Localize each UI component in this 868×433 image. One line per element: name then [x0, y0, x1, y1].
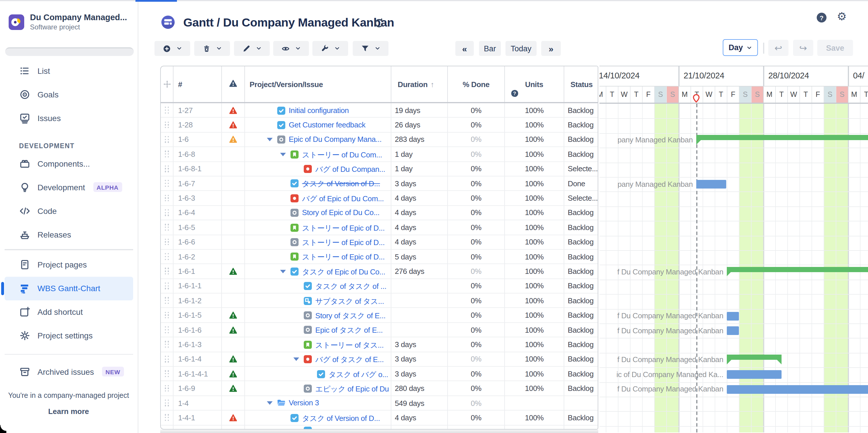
drag-handle-icon[interactable] — [164, 151, 169, 158]
issue-link[interactable]: バグ of Du Compan... — [315, 164, 385, 175]
issue-link[interactable]: Version 3 — [289, 399, 319, 407]
today-button[interactable]: Today — [505, 41, 536, 56]
sidebar-item-add-shortcut[interactable]: Add shortcut — [0, 300, 138, 324]
issue-link[interactable]: Story of Epic of Du Co... — [302, 208, 379, 217]
issue-link[interactable]: Epic of Du Company Mana... — [289, 135, 381, 144]
sidebar-scrollbar[interactable] — [5, 47, 134, 56]
column-header-handle[interactable] — [161, 66, 174, 102]
sidebar-item-goals[interactable]: Goals — [0, 83, 138, 106]
scroll-back-button[interactable]: « — [455, 41, 474, 56]
scroll-forward-button[interactable]: » — [541, 41, 561, 56]
issue-link[interactable]: タスク of Version of D... — [302, 413, 380, 424]
column-header-warn[interactable] — [222, 66, 245, 102]
horizontal-scrollbar[interactable] — [160, 430, 598, 433]
sort-ascending-icon[interactable]: ↑ — [431, 80, 434, 89]
table-row[interactable]: 1-6-1-6Epic of タスク of E...0%100%Backlog — [161, 323, 598, 338]
table-row[interactable]: 1-6-1タスク of Epic of Du Co...276 days0%10… — [161, 265, 598, 279]
table-row[interactable]: 1-28Get Customer feedback26 days0%100%Ba… — [161, 118, 598, 133]
gear-icon[interactable]: ⚙ — [837, 11, 847, 22]
issue-link[interactable]: バグ of Epic of Du Com... — [302, 194, 384, 204]
drag-handle-icon[interactable] — [164, 239, 169, 245]
table-row[interactable]: 1-6-1-5Story of タスク of E...0%100%Backlog — [161, 308, 598, 323]
expander-icon[interactable] — [267, 138, 273, 142]
table-row[interactable]: 1-6-5ストーリー of Epic of D...4 days0%100%Ba… — [161, 220, 598, 235]
column-header-duration[interactable]: Duration ↑ — [391, 66, 448, 102]
expander-icon[interactable] — [280, 153, 286, 156]
save-button[interactable]: Save — [817, 40, 853, 56]
sidebar-item-development[interactable]: DevelopmentALPHA — [0, 175, 138, 199]
column-header-units[interactable]: Units? — [505, 66, 564, 102]
issue-link[interactable]: Get Customer feedback — [289, 121, 365, 129]
plus-circle-dropdown-button[interactable] — [154, 41, 190, 56]
learn-more-link[interactable]: Learn more — [0, 407, 137, 416]
drag-handle-icon[interactable] — [164, 268, 169, 275]
column-header-number[interactable]: # — [174, 66, 222, 102]
sidebar-item-code[interactable]: Code — [0, 199, 138, 222]
drag-handle-icon[interactable] — [164, 194, 169, 202]
sidebar-item-releases[interactable]: Releases — [0, 222, 138, 246]
sidebar-item-components-[interactable]: Components... — [0, 152, 138, 175]
units-help-icon[interactable]: ? — [511, 90, 518, 97]
drag-handle-icon[interactable] — [164, 107, 169, 114]
table-row[interactable]: 1-6-6ストーリー of Epic of D...4 days0%100%Ba… — [161, 235, 598, 250]
table-row[interactable]: 1-6-8-1バグ of Du Compan...1 day0%100%Sele… — [161, 162, 598, 177]
table-row[interactable]: 1-4Version 3549 days0% — [161, 396, 598, 411]
drag-handle-icon[interactable] — [164, 341, 169, 348]
table-row[interactable]: 1-6-3バグ of Epic of Du Com...4 days0%100%… — [161, 191, 598, 206]
table-row[interactable] — [161, 425, 598, 430]
issue-link[interactable]: ストーリー of Epic of D... — [302, 223, 385, 233]
epic-bar[interactable] — [727, 355, 781, 360]
refresh-button[interactable] — [373, 17, 385, 29]
issue-link[interactable]: ストーリー of Epic of D... — [302, 252, 385, 262]
drag-handle-icon[interactable] — [164, 385, 169, 392]
drag-handle-icon[interactable] — [164, 312, 169, 318]
sidebar-item-issues[interactable]: Issues — [0, 106, 138, 130]
issue-link[interactable]: エピック of Epic of Du ... — [315, 384, 391, 394]
pencil-dropdown-button[interactable] — [234, 41, 270, 56]
drag-handle-icon[interactable] — [164, 136, 169, 143]
task-bar[interactable] — [727, 385, 868, 394]
drag-handle-icon[interactable] — [164, 180, 169, 187]
table-row[interactable]: 1-4-1タスク of Version of D...4 days0%100%B… — [161, 410, 598, 425]
table-row[interactable]: 1-6Epic of Du Company Mana...283 days0%1… — [161, 133, 598, 147]
drag-handle-icon[interactable] — [164, 400, 169, 406]
drag-handle-icon[interactable] — [164, 165, 169, 173]
table-row[interactable]: 1-6-2ストーリー of Epic of D...5 days0%100%Ba… — [161, 250, 598, 265]
task-bar[interactable] — [727, 326, 739, 335]
expander-icon[interactable] — [293, 358, 299, 361]
column-header-pct[interactable]: % Done — [448, 66, 505, 102]
issue-link[interactable]: サブタスク of タス... — [315, 296, 384, 306]
zoom-level-select[interactable]: Day — [723, 39, 758, 56]
sidebar-item-project-pages[interactable]: Project pages — [0, 253, 138, 276]
task-bar[interactable] — [727, 312, 739, 320]
help-icon[interactable]: ? — [817, 13, 827, 23]
column-header-name[interactable]: Project/Version/Issue — [245, 66, 391, 102]
project-header[interactable]: Du Company Managed... Software project — [9, 13, 127, 31]
issue-link[interactable]: タスク of バグ o... — [329, 369, 388, 380]
drag-handle-icon[interactable] — [164, 297, 169, 304]
sidebar-item-archived-issues[interactable]: Archived issuesNEW — [0, 360, 138, 383]
issue-link[interactable]: Story of タスク of E... — [315, 311, 385, 321]
drag-handle-icon[interactable] — [164, 414, 169, 421]
table-row[interactable]: 1-6-8ストーリー of Du Com...1 day0%100%Backlo… — [161, 147, 598, 162]
issue-link[interactable]: Epic of タスク of E... — [315, 326, 383, 336]
expander-icon[interactable] — [267, 402, 273, 405]
filter-dropdown-button[interactable] — [353, 41, 389, 56]
drag-handle-icon[interactable] — [164, 356, 169, 363]
drag-handle-icon[interactable] — [164, 209, 169, 216]
issue-link[interactable]: バグ of タスク of E... — [315, 354, 384, 365]
wrench-dropdown-button[interactable] — [312, 41, 348, 56]
eye-dropdown-button[interactable] — [273, 41, 309, 56]
table-row[interactable]: 1-6-1-4-1タスク of バグ o...3 days0%100%Backl… — [161, 367, 598, 381]
undo-button[interactable]: ↩ — [768, 40, 788, 56]
issue-link[interactable]: タスク of Version of D... — [302, 179, 380, 189]
bar-mode-button[interactable]: Bar — [479, 41, 501, 56]
issue-link[interactable]: ストーリー of タス... — [315, 340, 383, 350]
table-row[interactable]: 1-6-1-2サブタスク of タス...0%100%Backlog — [161, 293, 598, 308]
task-bar[interactable] — [696, 180, 726, 189]
table-row[interactable]: 1-6-4Story of Epic of Du Co...4 days0%10… — [161, 206, 598, 220]
drag-handle-icon[interactable] — [164, 224, 169, 231]
epic-bar[interactable] — [696, 135, 868, 141]
table-row[interactable]: 1-6-1-1タスク of タスク of ...0%100%Backlog — [161, 279, 598, 293]
table-row[interactable]: 1-6-1-4バグ of タスク of E...3 days0%100%Back… — [161, 352, 598, 367]
